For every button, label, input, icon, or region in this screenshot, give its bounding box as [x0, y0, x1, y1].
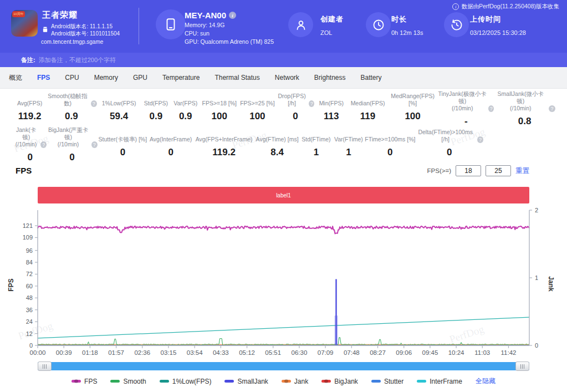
legend-item[interactable]: Stutter [371, 378, 403, 385]
svg-text:03:15: 03:15 [161, 349, 177, 356]
legend-item[interactable]: SmallJank [224, 378, 268, 385]
legend-item[interactable]: InterFrame [417, 378, 462, 385]
svg-text:01:57: 01:57 [108, 349, 124, 356]
fps-chart[interactable]: 0122436486072849610912101200:0000:3901:1… [0, 0, 567, 392]
svg-text:24: 24 [26, 318, 33, 325]
svg-text:60: 60 [26, 283, 33, 289]
svg-text:0: 0 [29, 342, 33, 349]
legend-name: Stutter [384, 378, 403, 385]
legend-items: FPS Smooth 1%Low(FPS) SmallJank [71, 378, 462, 385]
svg-text:05:51: 05:51 [265, 349, 281, 356]
legend-name: Jank [294, 378, 308, 385]
legend-marker [160, 380, 169, 383]
scrollbar-right-handle[interactable] [515, 362, 529, 371]
svg-text:03:54: 03:54 [187, 349, 203, 356]
legend-name: 1%Low(FPS) [172, 378, 212, 385]
svg-text:109: 109 [23, 234, 33, 241]
svg-text:09:45: 09:45 [422, 349, 438, 356]
grip-icon [520, 364, 524, 369]
svg-text:0: 0 [535, 342, 538, 349]
svg-text:36: 36 [26, 307, 33, 313]
grip-icon [43, 364, 47, 369]
svg-text:11:42: 11:42 [501, 349, 517, 356]
legend-name: FPS [84, 378, 97, 385]
chart-range-scrollbar[interactable] [38, 362, 529, 371]
svg-text:96: 96 [26, 247, 33, 254]
svg-text:48: 48 [26, 294, 33, 301]
svg-text:72: 72 [26, 271, 33, 277]
svg-text:09:06: 09:06 [396, 349, 412, 356]
legend-item[interactable]: BigJank [321, 378, 358, 385]
svg-text:00:00: 00:00 [30, 349, 46, 356]
svg-text:Jank: Jank [547, 276, 555, 292]
svg-text:07:48: 07:48 [344, 349, 360, 356]
legend-item[interactable]: Smooth [110, 378, 146, 385]
legend-dot [324, 379, 328, 383]
legend-marker [417, 380, 426, 383]
svg-text:02:36: 02:36 [134, 349, 150, 356]
legend-marker [71, 380, 81, 383]
hide-all-button[interactable]: 全隐藏 [476, 376, 496, 386]
svg-text:FPS: FPS [7, 278, 15, 291]
legend-item[interactable]: FPS [71, 378, 97, 385]
svg-text:07:09: 07:09 [318, 349, 334, 356]
legend-marker [371, 380, 381, 383]
legend-name: InterFrame [430, 378, 462, 385]
svg-text:11:03: 11:03 [474, 349, 490, 356]
svg-text:06:30: 06:30 [292, 349, 308, 356]
scrollbar-left-handle[interactable] [38, 362, 52, 371]
svg-text:121: 121 [23, 222, 33, 229]
svg-text:10:24: 10:24 [448, 349, 464, 356]
svg-text:08:27: 08:27 [370, 349, 386, 356]
legend-item[interactable]: Jank [282, 378, 308, 385]
perfdog-report-page: i 数据由PerfDog(11.2.250408)版本收集 10周年 王者荣耀 … [0, 0, 567, 392]
scrollbar-track[interactable] [38, 362, 529, 370]
legend-marker [110, 380, 120, 383]
svg-text:04:33: 04:33 [213, 349, 229, 356]
svg-text:00:39: 00:39 [56, 349, 72, 356]
svg-text:01:18: 01:18 [82, 349, 98, 356]
svg-text:84: 84 [26, 259, 33, 266]
svg-text:2: 2 [535, 207, 538, 213]
legend-dot [284, 379, 288, 383]
legend-name: BigJank [334, 378, 358, 385]
legend-dot [74, 379, 78, 383]
svg-text:05:12: 05:12 [239, 349, 255, 356]
legend-name: Smooth [123, 378, 146, 385]
svg-text:1: 1 [535, 274, 538, 281]
svg-text:12: 12 [26, 330, 33, 337]
legend-marker [321, 380, 331, 383]
legend-item[interactable]: 1%Low(FPS) [160, 378, 212, 385]
legend-marker [282, 380, 291, 383]
legend-name: SmallJank [237, 378, 268, 385]
legend-marker [224, 380, 234, 383]
chart-legend: FPS Smooth 1%Low(FPS) SmallJank [0, 376, 567, 386]
